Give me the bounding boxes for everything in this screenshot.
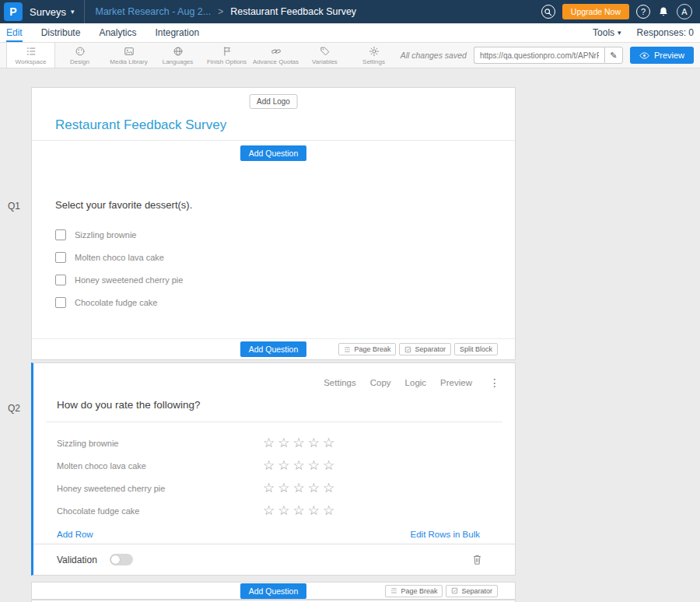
delete-question-button[interactable] (472, 554, 482, 566)
q2-row-actions: Add Row Edit Rows in Bulk (33, 522, 515, 544)
rating-stars: ☆☆☆☆☆ (263, 436, 338, 450)
toolbar-item-advance-quotas[interactable]: Advance Quotas (251, 43, 300, 68)
preview-button[interactable]: Preview (630, 47, 694, 64)
toolbar-item-media-library[interactable]: Media Library (104, 43, 153, 68)
tools-menu-label: Tools (593, 27, 614, 38)
separator-label: Separator (461, 587, 492, 595)
q2-action-copy[interactable]: Copy (370, 378, 391, 387)
survey-block-1: Add Logo Restaurant Feedback Survey Add … (31, 87, 516, 360)
q2-action-logic[interactable]: Logic (405, 378, 427, 387)
trash-icon (472, 554, 482, 565)
option-checkbox[interactable] (55, 252, 66, 263)
add-question-strip-2: Add Question Page Break Separator (31, 582, 516, 600)
option-label[interactable]: Sizzling brownie (75, 230, 136, 240)
finish-options-icon (222, 46, 233, 57)
option-label[interactable]: Molten choco lava cake (75, 253, 164, 262)
media-library-icon (124, 46, 135, 57)
toolbar-item-design[interactable]: Design (55, 43, 104, 68)
option-row: Chocolate fudge cake (55, 297, 492, 308)
toolbar-item-workspace[interactable]: Workspace (6, 43, 55, 68)
toolbar-item-finish-options[interactable]: Finish Options (202, 43, 251, 68)
option-label[interactable]: Honey sweetened cherry pie (75, 275, 183, 285)
survey-url-input[interactable] (474, 47, 604, 64)
breadcrumb-folder[interactable]: Market Research - Aug 2... (96, 6, 212, 17)
rating-row-label[interactable]: Sizzling brownie (57, 439, 263, 448)
design-icon (75, 46, 86, 57)
toolbar-item-label: Finish Options (207, 58, 247, 65)
surveys-menu-label: Surveys (30, 6, 66, 18)
q2-question-text[interactable]: How do you rate the following? (46, 399, 502, 422)
edit-url-button[interactable]: ✎ (604, 47, 623, 64)
topbar-right-group: Upgrade Now ? A (541, 4, 700, 19)
option-checkbox[interactable] (55, 229, 66, 240)
upgrade-button[interactable]: Upgrade Now (562, 4, 629, 19)
top-bar: P Surveys ▾ Market Research - Aug 2... >… (0, 0, 700, 23)
option-checkbox[interactable] (55, 275, 66, 285)
bell-icon[interactable] (657, 5, 670, 18)
avatar[interactable]: A (677, 4, 692, 19)
option-row: Molten choco lava cake (55, 252, 492, 263)
rating-row: Honey sweetened cherry pie ☆☆☆☆☆ (46, 477, 502, 499)
split-block-button[interactable]: Split Block (454, 343, 498, 355)
option-checkbox[interactable] (55, 297, 66, 308)
nav-right-group: Tools ▾ Responses: 0 (593, 23, 694, 42)
rating-row-label[interactable]: Chocolate fudge cake (57, 506, 263, 516)
rating-row: Molten choco lava cake ☆☆☆☆☆ (46, 454, 502, 477)
add-row-link[interactable]: Add Row (57, 530, 93, 539)
page-break-label: Page Break (401, 587, 437, 595)
q2-question-card: Settings Copy Logic Preview ⋮ How do you… (31, 362, 516, 576)
survey-title[interactable]: Restaurant Feedback Survey (55, 117, 226, 133)
q2-actions-bar: Settings Copy Logic Preview ⋮ (33, 363, 515, 388)
more-options-icon[interactable]: ⋮ (489, 376, 501, 389)
toolbar-item-variables[interactable]: Variables (300, 43, 349, 68)
q1-label: Q1 (8, 201, 20, 212)
q2-action-preview[interactable]: Preview (440, 378, 472, 387)
variables-icon (320, 46, 331, 57)
eye-icon (639, 52, 649, 59)
split-block-label: Split Block (460, 345, 492, 353)
search-icon[interactable] (541, 5, 555, 19)
rating-row: Sizzling brownie ☆☆☆☆☆ (46, 432, 502, 454)
separator-button[interactable]: Separator (399, 343, 451, 355)
add-question-button[interactable]: Add Question (240, 341, 307, 357)
validation-row: Validation (33, 544, 515, 575)
tab-distribute[interactable]: Distribute (41, 23, 81, 42)
option-label[interactable]: Chocolate fudge cake (75, 298, 157, 307)
validation-toggle[interactable] (110, 554, 133, 565)
toolbar-item-settings[interactable]: Settings (349, 43, 398, 68)
q1-question-block: Select your favorite dessert(s). Sizzlin… (32, 165, 515, 338)
nav-bar: Edit Distribute Analytics Integration To… (0, 23, 700, 43)
logo-title-section: Add Logo Restaurant Feedback Survey (32, 88, 515, 141)
page-break-icon (344, 346, 351, 353)
option-row: Sizzling brownie (55, 229, 492, 240)
add-question-button[interactable]: Add Question (240, 145, 307, 161)
surveys-menu[interactable]: Surveys ▾ (26, 0, 84, 23)
block-footer-actions: Page Break Separator Split Block (338, 343, 498, 355)
rating-rows: Sizzling brownie ☆☆☆☆☆ Molten choco lava… (33, 422, 515, 522)
responses-count[interactable]: Responses: 0 (637, 27, 694, 38)
validation-label: Validation (57, 555, 97, 565)
toolbar-item-label: Design (70, 58, 89, 65)
toolbar-item-languages[interactable]: Languages (153, 43, 202, 68)
separator-button[interactable]: Separator (446, 585, 498, 597)
help-icon[interactable]: ? (636, 5, 650, 19)
q1-question-text[interactable]: Select your favorite dessert(s). (55, 199, 492, 211)
edit-rows-bulk-link[interactable]: Edit Rows in Bulk (411, 530, 480, 539)
add-question-strip: Add Question (32, 141, 515, 165)
toolbar-item-label: Variables (312, 58, 338, 65)
q2-action-settings[interactable]: Settings (324, 378, 356, 387)
page-break-button[interactable]: Page Break (385, 585, 443, 597)
pencil-icon: ✎ (610, 51, 617, 60)
add-question-button[interactable]: Add Question (240, 583, 307, 599)
tab-analytics[interactable]: Analytics (99, 23, 136, 42)
rating-row-label[interactable]: Molten choco lava cake (57, 461, 263, 471)
tab-edit[interactable]: Edit (6, 23, 23, 42)
tools-menu[interactable]: Tools ▾ (593, 27, 621, 38)
rating-row-label[interactable]: Honey sweetened cherry pie (57, 484, 263, 493)
tab-integration[interactable]: Integration (155, 23, 199, 42)
page-break-button[interactable]: Page Break (338, 343, 396, 355)
questionpro-logo[interactable]: P (4, 2, 23, 21)
toggle-knob (110, 555, 121, 565)
add-logo-button[interactable]: Add Logo (249, 94, 298, 109)
block-footer-actions: Page Break Separator (385, 585, 498, 597)
